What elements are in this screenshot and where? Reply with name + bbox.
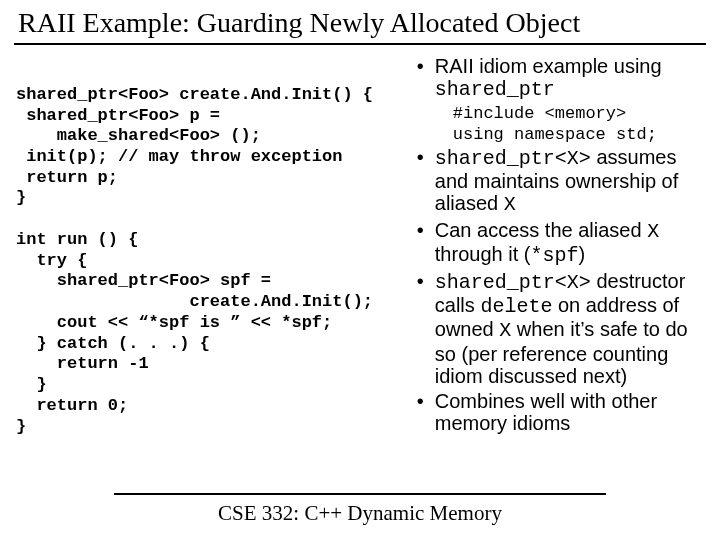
inline-code: X [499, 319, 511, 342]
bullet-text: Can access the aliased [435, 219, 647, 241]
footer-line [114, 493, 606, 495]
bullet-item: shared_ptr<X> assumes and maintains owne… [421, 146, 704, 217]
content-row: shared_ptr<Foo> create.And.Init() { shar… [16, 47, 704, 437]
sub-code-line: #include <memory> [435, 104, 704, 123]
inline-code: shared_ptr<X> [435, 271, 591, 294]
inline-code: shared_ptr [435, 78, 555, 101]
footer: CSE 332: C++ Dynamic Memory [0, 493, 720, 526]
inline-code: X [504, 193, 516, 216]
bullet-item: Can access the aliased X through it (*sp… [421, 219, 704, 268]
footer-text: CSE 332: C++ Dynamic Memory [0, 501, 720, 526]
inline-code: X [647, 220, 659, 243]
inline-code: delete [480, 295, 552, 318]
sub-code-line: using namespace std; [435, 125, 704, 144]
bullet-text: through it ( [435, 243, 531, 265]
bullet-list: RAII idiom example using shared_ptr #inc… [405, 55, 704, 435]
bullet-item: RAII idiom example using shared_ptr #inc… [421, 55, 704, 144]
bullet-item: Combines well with other memory idioms [421, 390, 704, 435]
code-block: shared_ptr<Foo> create.And.Init() { shar… [16, 55, 397, 437]
bullet-column: RAII idiom example using shared_ptr #inc… [405, 55, 704, 437]
bullet-item: shared_ptr<X> destructor calls delete on… [421, 270, 704, 388]
slide-title: RAII Example: Guarding Newly Allocated O… [16, 8, 704, 43]
bullet-text: RAII idiom example using [435, 55, 662, 77]
bullet-text: Combines well with other memory idioms [435, 390, 657, 434]
inline-code: *spf [530, 244, 578, 267]
bullet-text: ) [578, 243, 585, 265]
title-block: RAII Example: Guarding Newly Allocated O… [16, 8, 704, 45]
inline-code: shared_ptr<X> [435, 147, 591, 170]
slide: RAII Example: Guarding Newly Allocated O… [0, 0, 720, 540]
title-underline [14, 43, 706, 45]
